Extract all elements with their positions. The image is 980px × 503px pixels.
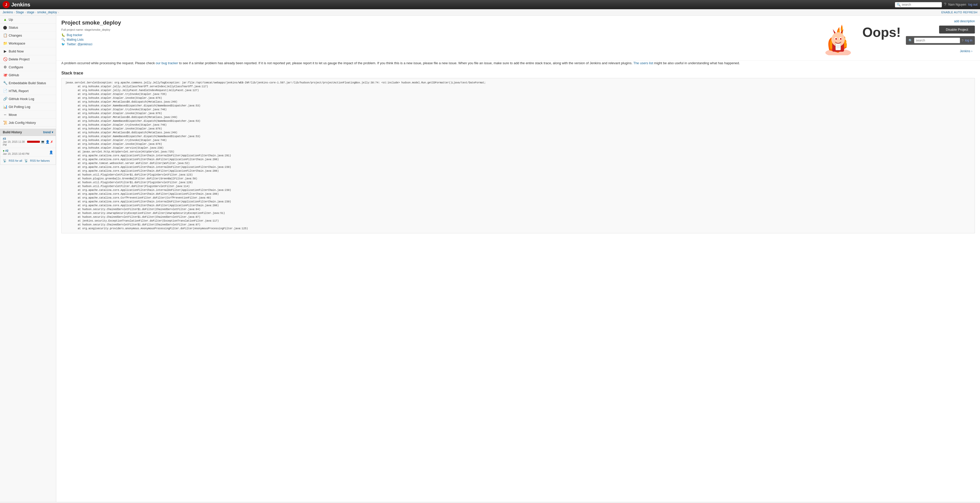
status-icon: ⬤ [3,26,7,29]
header-search-icon: 🔍 [897,3,901,6]
inline-search-input[interactable] [914,38,960,43]
build-3-console-icon[interactable]: 💻 [41,140,45,144]
inline-search-bar: 🔍 ? log in [906,36,975,45]
build-row-2: ● #2 Jan 19, 2015 10:40 PM 👤 [0,148,56,157]
disable-project-button[interactable]: Disable Project [939,26,975,34]
stack-trace-title: Stack trace [61,71,975,75]
bug-tracker-text-link[interactable]: our bug tracker [156,61,178,65]
twitter-link[interactable]: 🐦 Twitter: @jenkinsci [61,43,121,46]
sidebar-label-github-hook: GitHub Hook Log [9,97,34,101]
build-row-3: #3 Jan 19, 2015 11:38 PM 💻 👤 ✗ [0,136,56,148]
add-description-btn[interactable]: add description [954,19,975,23]
header-search-box[interactable]: 🔍 [895,2,942,7]
inline-login-link[interactable]: log in [965,38,972,42]
oops-heading: Oops! [862,25,901,40]
svg-point-7 [835,38,837,40]
sidebar-item-git-polling-log[interactable]: 📊 Git Polling Log [0,103,56,111]
stack-trace-content: javax.servlet.ServletException: org.apac… [61,78,975,233]
bug-tracker-link[interactable]: 🐛 Bug tracker [61,33,121,37]
sidebar-item-configure[interactable]: ⚙ Configure [0,63,56,71]
twitter-label: Twitter: @jenkinsci [67,43,92,46]
build-status-icon-2: ● [3,149,5,152]
footer: Help us localize this page [0,502,980,503]
header-search-input[interactable] [902,3,940,6]
breadcrumb-jenkins[interactable]: Jenkins [3,11,13,14]
stack-trace-section: Stack trace javax.servlet.ServletExcepti… [56,68,980,236]
sidebar-item-changes[interactable]: 📋 Changes [0,32,56,39]
sidebar-label-configure: Configure [9,65,23,69]
header-username: Nam Nguyen [948,3,966,6]
twitter-icon: 🐦 [61,43,65,46]
users-list-link[interactable]: The users list [633,61,653,65]
build-now-icon: ▶ [3,49,7,53]
build-history-title: Build History [3,131,22,134]
move-icon: ↔ [3,113,7,117]
build-2-user-icon[interactable]: 👤 [49,150,53,154]
rss-failures-link[interactable]: RSS for failures [30,159,50,162]
enable-auto-refresh-link[interactable]: ENABLE AUTO REFRESH [942,11,977,14]
breadcrumb-sep-4: › [58,11,59,14]
html-report-icon: 📄 [3,89,7,93]
header-left: J Jenkins [3,1,30,8]
sidebar-label-workspace: Workspace [9,42,25,45]
build-history-trend[interactable]: trend ▾ [43,131,53,134]
sidebar-item-job-config-history[interactable]: 📜 Job Config History [0,119,56,127]
configure-icon: ⚙ [3,65,7,69]
svg-point-8 [840,38,842,40]
sidebar-label-html-report: HTML Report [9,89,29,93]
changes-icon: 📋 [3,33,7,37]
header-help-icon[interactable]: ? [944,2,946,7]
sidebar-label-delete: Delete Project [9,57,30,61]
jenkins-logo-link[interactable]: J Jenkins [3,1,30,8]
sidebar-item-up[interactable]: ▲ Up [0,16,56,24]
sidebar-item-embeddable[interactable]: 🔧 Embeddable Build Status [0,79,56,87]
build-date-3: Jan 19, 2015 11:38 PM [3,141,25,146]
sidebar-label-status: Status [9,26,18,29]
sidebar-item-move[interactable]: ↔ Move [0,111,56,119]
error-actions: add description Disable Project 🔍 ? log … [906,19,975,54]
header-logout-link[interactable]: log out [968,3,977,6]
delete-icon: 🚫 [3,57,7,61]
content-breadcrumb: Jenkins › [957,48,975,54]
git-polling-icon: 📊 [3,105,7,109]
inline-help-icon[interactable]: ? [962,38,963,43]
sidebar-label-job-config: Job Config History [9,121,36,125]
sidebar-label-embeddable: Embeddable Build Status [9,81,46,85]
build-2-icons: 👤 [49,150,53,154]
job-config-icon: 📜 [3,120,7,125]
main-layout: ▲ Up ⬤ Status 📋 Changes 📁 Workspace ▶ Bu… [0,16,980,502]
build-3-icons: 💻 👤 ✗ [27,140,53,144]
sidebar-label-git-polling: Git Polling Log [9,105,30,109]
breadcrumb-stage2[interactable]: stage [27,11,34,14]
up-icon: ▲ [3,18,7,21]
rss-all-icon: 📡 [3,159,6,163]
sidebar-item-github[interactable]: 🐙 GitHub [0,71,56,79]
sidebar-item-delete-project[interactable]: 🚫 Delete Project [0,55,56,63]
embeddable-icon: 🔧 [3,81,7,85]
jenkins-title: Jenkins [11,2,30,8]
sidebar-item-github-hook-log[interactable]: 🔗 GitHub Hook Log [0,95,56,103]
content-bc-jenkins[interactable]: Jenkins [960,50,970,53]
build-3-delete-icon[interactable]: ✗ [50,140,53,144]
workspace-icon: 📁 [3,41,7,45]
build-number-3[interactable]: #3 [3,137,6,140]
header: J Jenkins 🔍 ? Nam Nguyen log out [0,0,980,9]
build-3-user-icon[interactable]: 👤 [46,140,49,144]
rss-all-link[interactable]: RSS for all [9,159,22,162]
rss-links: 📡 RSS for all 📡 RSS for failures [0,157,56,164]
mailing-lists-icon: 🔍 [61,38,65,42]
sidebar-item-workspace[interactable]: 📁 Workspace [0,39,56,47]
rss-failures-icon: 📡 [24,159,28,163]
sidebar-item-html-report[interactable]: 📄 HTML Report [0,87,56,95]
header-right: 🔍 ? Nam Nguyen log out [895,2,977,7]
sidebar-item-build-now[interactable]: ▶ Build Now [0,47,56,55]
sidebar-item-status[interactable]: ⬤ Status [0,24,56,32]
full-project-name: Full project name: stage/smoke_deploy [61,28,121,31]
mailing-lists-link[interactable]: 🔍 Mailing Lists [61,38,121,42]
build-history-section: Build History trend ▾ #3 Jan 19, 2015 11… [0,129,56,165]
build-number-2[interactable]: #2 [5,149,8,152]
error-graphic [821,19,855,56]
breadcrumb-stage1[interactable]: Stage [16,11,24,14]
breadcrumb-smoke-deploy[interactable]: smoke_deploy [37,11,57,14]
svg-marker-3 [833,29,835,34]
